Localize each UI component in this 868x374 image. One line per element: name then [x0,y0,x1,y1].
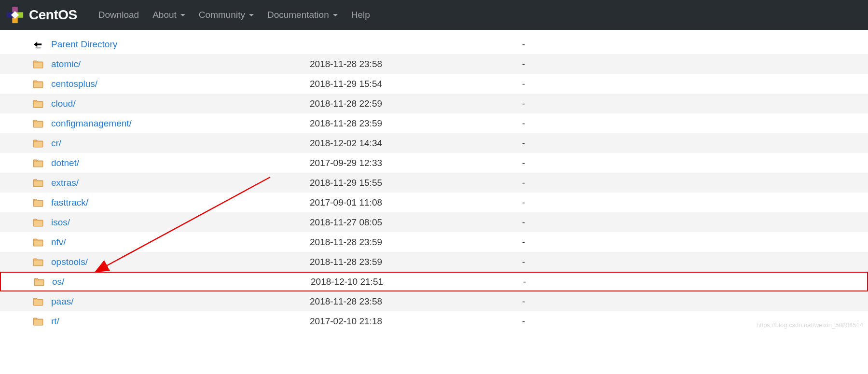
date-cell: 2018-11-29 15:55 [310,178,522,188]
name-cell: centosplus/ [51,79,310,89]
size-cell: - [522,118,525,129]
name-cell: rt/ [51,316,310,327]
directory-link[interactable]: opstools/ [51,257,88,267]
directory-row: cloud/2018-11-28 22:59- [0,94,868,113]
directory-link[interactable]: paas/ [51,296,73,306]
directory-link[interactable]: os/ [52,277,64,287]
icon-cell [33,297,51,306]
date-cell: 2018-11-28 23:59 [310,118,522,129]
size-cell: - [522,296,525,307]
directory-row: extras/2018-11-29 15:55- [0,173,868,193]
folder-icon [33,80,43,88]
size-cell: - [522,197,525,208]
icon-cell [33,317,51,326]
size-cell: - [522,138,525,149]
chevron-down-icon [333,14,338,16]
directory-link[interactable]: dotnet/ [51,158,79,168]
logo-container[interactable]: CentOS [6,6,77,24]
folder-icon [33,139,43,148]
icon-cell [33,99,51,108]
directory-link[interactable]: configmanagement/ [51,118,132,128]
name-cell: extras/ [51,178,310,188]
name-cell: os/ [52,277,311,287]
size-cell: - [522,178,525,188]
date-cell: 2018-12-10 21:51 [311,277,523,287]
directory-row: rt/2017-02-10 21:18- [0,311,868,331]
directory-row: os/2018-12-10 21:51- [0,272,868,291]
folder-icon [33,297,43,306]
size-cell: - [522,39,525,50]
directory-listing: Parent Directory - atomic/2018-11-28 23:… [0,30,868,331]
date-cell: 2018-11-28 22:59 [310,98,522,109]
name-cell: dotnet/ [51,158,310,168]
nav-about[interactable]: About [146,10,192,20]
name-cell: nfv/ [51,237,310,248]
directory-row: paas/2018-11-28 23:58- [0,291,868,311]
date-cell: 2018-11-28 23:59 [310,237,522,248]
size-cell: - [522,257,525,267]
directory-row: cr/2018-12-02 14:34- [0,133,868,153]
icon-cell [33,40,51,49]
watermark: https://blog.csdn.net/weixin_50886514 [757,321,863,329]
nav-menu: Download About Community Documentation H… [92,10,377,20]
nav-label: About [152,10,177,20]
folder-icon [33,238,43,247]
directory-row: fasttrack/2017-09-01 11:08- [0,193,868,212]
directory-link[interactable]: centosplus/ [51,79,97,89]
centos-logo-icon [6,6,24,24]
folder-icon [33,198,43,207]
nav-help[interactable]: Help [344,10,377,20]
directory-link[interactable]: cr/ [51,138,61,148]
size-cell: - [522,79,525,89]
directory-link[interactable]: isos/ [51,217,70,227]
folder-icon [33,119,43,128]
icon-cell [33,80,51,88]
date-cell: 2018-11-28 23:58 [310,59,522,69]
nav-label: Documentation [267,10,329,20]
folder-icon [33,218,43,227]
icon-cell [33,218,51,227]
directory-link[interactable]: rt/ [51,316,59,326]
icon-cell [33,179,51,187]
name-cell: Parent Directory [51,39,310,50]
icon-cell [33,119,51,128]
date-cell: 2017-09-29 12:33 [310,158,522,168]
icon-cell [34,277,52,286]
folder-icon [33,179,43,187]
directory-link[interactable]: nfv/ [51,237,66,247]
directory-row: nfv/2018-11-28 23:59- [0,232,868,252]
directory-link[interactable]: extras/ [51,178,79,188]
icon-cell [33,258,51,266]
directory-row: isos/2018-11-27 08:05- [0,212,868,232]
name-cell: paas/ [51,296,310,307]
directory-row: opstools/2018-11-28 23:59- [0,252,868,272]
date-cell: 2018-11-28 23:59 [310,257,522,267]
nav-documentation[interactable]: Documentation [261,10,344,20]
directory-row: dotnet/2017-09-29 12:33- [0,153,868,173]
parent-directory-row: Parent Directory - [0,34,868,54]
name-cell: opstools/ [51,257,310,267]
folder-icon [33,99,43,108]
size-cell: - [522,237,525,248]
size-cell: - [522,59,525,69]
size-cell: - [523,277,526,287]
folder-icon [33,60,43,69]
size-cell: - [522,217,525,228]
directory-row: atomic/2018-11-28 23:58- [0,54,868,74]
date-cell: 2018-12-02 14:34 [310,138,522,149]
name-cell: isos/ [51,217,310,228]
directory-link[interactable]: fasttrack/ [51,197,88,208]
icon-cell [33,60,51,69]
folder-icon [33,258,43,266]
directory-link[interactable]: cloud/ [51,98,76,109]
navbar: CentOS Download About Community Document… [0,0,868,30]
size-cell: - [522,316,525,327]
date-cell: 2018-11-29 15:54 [310,79,522,89]
date-cell: 2017-09-01 11:08 [310,197,522,208]
icon-cell [33,139,51,148]
parent-directory-link[interactable]: Parent Directory [51,39,117,49]
directory-link[interactable]: atomic/ [51,59,81,69]
nav-download[interactable]: Download [92,10,146,20]
nav-community[interactable]: Community [192,10,261,20]
svg-point-5 [35,47,41,48]
